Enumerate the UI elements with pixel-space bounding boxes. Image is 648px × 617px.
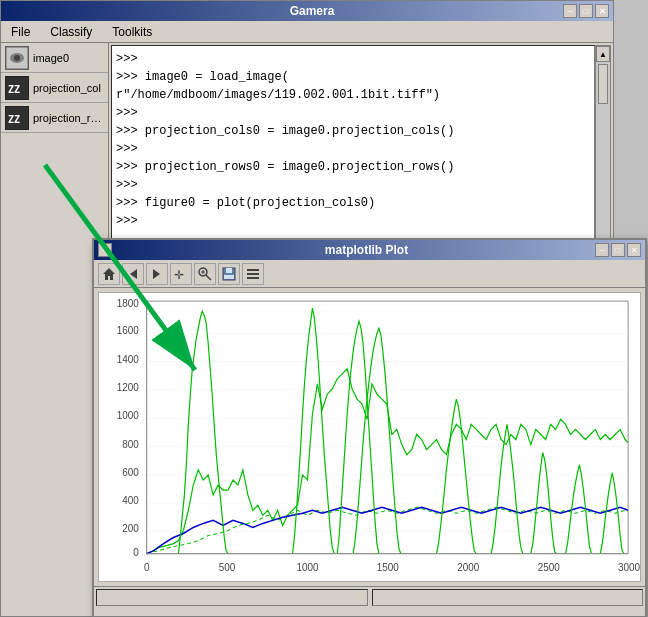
svg-rect-22 <box>147 301 628 554</box>
svg-rect-20 <box>247 277 259 279</box>
toolbar-back-btn[interactable] <box>122 263 144 285</box>
output-line-7: >>> projection_rows0 = image0.projection… <box>116 158 590 176</box>
svg-text:0: 0 <box>144 562 150 573</box>
svg-text:ZZ: ZZ <box>8 84 20 95</box>
menu-file[interactable]: File <box>5 23 36 41</box>
sidebar-item-image0[interactable]: image0 <box>1 43 108 73</box>
svg-text:1500: 1500 <box>377 562 399 573</box>
plot-toolbar: ✛ <box>94 260 645 288</box>
proj-rows-icon: ZZ <box>5 106 29 130</box>
proj-cols-icon: ZZ <box>5 76 29 100</box>
svg-text:400: 400 <box>122 495 139 506</box>
toolbar-save-btn[interactable] <box>218 263 240 285</box>
svg-rect-19 <box>247 273 259 275</box>
svg-text:1000: 1000 <box>117 410 139 421</box>
plot-title-bar: ─ matplotlib Plot ─ □ ✕ <box>94 240 645 260</box>
svg-text:600: 600 <box>122 467 139 478</box>
image0-icon <box>5 46 29 70</box>
gamera-title: Gamera <box>61 4 563 18</box>
svg-marker-7 <box>103 268 115 280</box>
plot-minimize-btn[interactable]: ─ <box>595 243 609 257</box>
scrollbar-thumb[interactable] <box>598 64 608 104</box>
minimize-button[interactable]: ─ <box>563 4 577 18</box>
svg-rect-16 <box>226 268 232 273</box>
close-button[interactable]: ✕ <box>595 4 609 18</box>
svg-text:1600: 1600 <box>117 325 139 336</box>
output-line-4: >>> <box>116 104 590 122</box>
output-line-10: >>> <box>116 212 590 230</box>
sidebar-item-image0-label: image0 <box>33 52 69 64</box>
toolbar-home-btn[interactable] <box>98 263 120 285</box>
svg-marker-8 <box>130 269 137 279</box>
plot-close-btn[interactable]: ─ <box>98 243 112 257</box>
output-line-8: >>> <box>116 176 590 194</box>
maximize-button[interactable]: □ <box>579 4 593 18</box>
svg-text:2500: 2500 <box>538 562 560 573</box>
svg-text:1000: 1000 <box>296 562 318 573</box>
plot-maximize-btn[interactable]: □ <box>611 243 625 257</box>
gamera-title-bar: Gamera ─ □ ✕ <box>1 1 613 21</box>
svg-line-12 <box>206 275 211 280</box>
svg-text:800: 800 <box>122 439 139 450</box>
output-line-1: >>> <box>116 50 590 68</box>
plot-close-x-btn[interactable]: ✕ <box>627 243 641 257</box>
plot-status-right <box>372 589 644 606</box>
toolbar-forward-btn[interactable] <box>146 263 168 285</box>
svg-marker-9 <box>153 269 160 279</box>
scrollbar-up-btn[interactable]: ▲ <box>596 46 610 62</box>
plot-status-bar <box>94 586 645 608</box>
menu-toolkits[interactable]: Toolkits <box>106 23 158 41</box>
svg-text:2000: 2000 <box>457 562 479 573</box>
title-bar-buttons: ─ □ ✕ <box>563 4 609 18</box>
sidebar-item-proj-rows[interactable]: ZZ projection_row <box>1 103 108 133</box>
plot-title: matplotlib Plot <box>138 243 595 257</box>
toolbar-config-btn[interactable] <box>242 263 264 285</box>
svg-text:200: 200 <box>122 523 139 534</box>
svg-rect-17 <box>224 275 234 279</box>
svg-text:✛: ✛ <box>174 268 184 282</box>
plot-status-left <box>96 589 368 606</box>
svg-rect-18 <box>247 269 259 271</box>
toolbar-pan-btn[interactable]: ✛ <box>170 263 192 285</box>
plot-title-buttons: ─ □ ✕ <box>595 243 641 257</box>
svg-text:3000: 3000 <box>618 562 640 573</box>
output-line-6: >>> <box>116 140 590 158</box>
menu-classify[interactable]: Classify <box>44 23 98 41</box>
plot-window: ─ matplotlib Plot ─ □ ✕ ✛ <box>92 238 647 617</box>
output-line-5: >>> projection_cols0 = image0.projection… <box>116 122 590 140</box>
sidebar-item-proj-rows-label: projection_row <box>33 112 104 124</box>
output-line-3: r"/home/mdboom/images/119.002.001.1bit.t… <box>116 86 590 104</box>
output-line-9: >>> figure0 = plot(projection_cols0) <box>116 194 590 212</box>
svg-text:1200: 1200 <box>117 382 139 393</box>
svg-point-2 <box>14 55 20 61</box>
svg-text:500: 500 <box>219 562 236 573</box>
plot-canvas: 1800 1600 1400 1200 1000 800 600 400 200… <box>98 292 641 582</box>
svg-text:0: 0 <box>133 547 139 558</box>
menu-bar: File Classify Toolkits <box>1 21 613 43</box>
toolbar-zoom-btn[interactable] <box>194 263 216 285</box>
sidebar-item-proj-cols[interactable]: ZZ projection_col <box>1 73 108 103</box>
output-line-2: >>> image0 = load_image( <box>116 68 590 86</box>
svg-text:ZZ: ZZ <box>8 114 20 125</box>
svg-text:1800: 1800 <box>117 298 139 309</box>
sidebar-item-proj-cols-label: projection_col <box>33 82 101 94</box>
svg-text:1400: 1400 <box>117 354 139 365</box>
